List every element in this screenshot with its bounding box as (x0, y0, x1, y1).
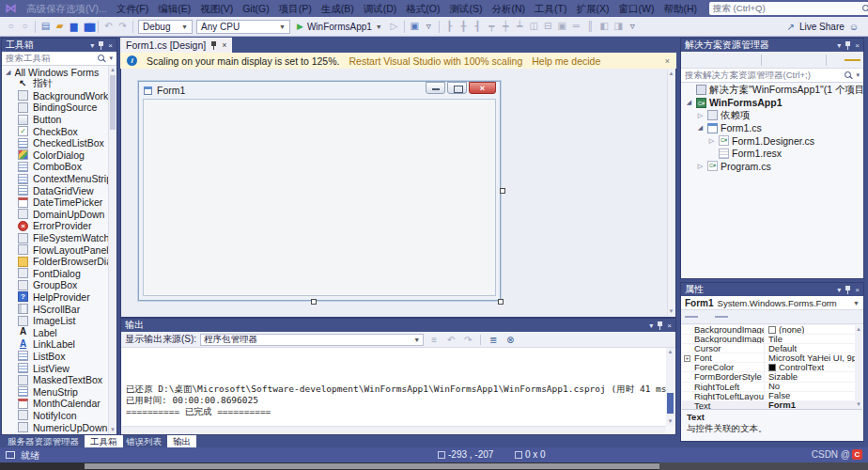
tree-expander-icon[interactable] (696, 112, 705, 119)
help-me-decide-link[interactable]: Help me decide (532, 55, 600, 67)
toolbox-item[interactable]: HScrollBar (2, 303, 108, 315)
layout-toolbar-icon[interactable] (597, 18, 612, 35)
toolbox-item[interactable]: CheckBox (2, 125, 108, 137)
property-value[interactable]: Tile (765, 335, 783, 343)
pin-icon[interactable] (657, 321, 663, 330)
toolbox-item[interactable]: Label (2, 326, 108, 338)
layout-toolbar-icon[interactable] (527, 18, 541, 35)
toolbox-item[interactable]: FolderBrowserDialog (2, 256, 108, 268)
layout-toolbar-icon[interactable] (569, 18, 583, 35)
toolbox-item[interactable]: OpenFileDialog (2, 433, 108, 434)
layout-toolbar-icon[interactable] (612, 18, 626, 35)
resize-handle-right[interactable] (500, 188, 505, 194)
menu-item[interactable]: 窗口(W) (614, 0, 659, 17)
toolbox-group-all-windows-forms[interactable]: ◢ All Windows Forms (2, 66, 108, 78)
solution-explorer-search-input[interactable]: 搜索解决方案资源管理器(Ctrl+;) ▾ (681, 69, 863, 83)
scroll-down-icon[interactable]: ▼ (109, 426, 116, 434)
solution-tree-item[interactable]: WinFormsApp1 (681, 97, 863, 110)
toolbar-icon[interactable] (132, 21, 133, 33)
find-message-icon[interactable]: ≡ (427, 335, 441, 345)
close-icon[interactable]: × (108, 41, 113, 50)
scroll-up-icon[interactable]: ▲ (668, 70, 674, 78)
toolbar-icon[interactable] (18, 18, 32, 35)
layout-toolbar-icon[interactable] (499, 18, 513, 35)
designed-form-window[interactable]: Form1 × (138, 81, 501, 301)
resize-handle-bottom-right[interactable] (498, 299, 504, 305)
toolbar-icon[interactable] (53, 18, 67, 35)
chevron-down-icon[interactable]: ▾ (856, 71, 860, 79)
toolbox-item[interactable]: DateTimePicker (2, 196, 108, 209)
menu-item[interactable]: 测试(S) (445, 0, 488, 17)
menu-item[interactable]: 文件(F) (112, 0, 153, 17)
solution-explorer-header[interactable]: 解决方案资源管理器 ▾ × (681, 39, 863, 52)
solution-tree-item[interactable]: Form1.resx (681, 148, 863, 161)
properties-toolbar-icon[interactable] (715, 316, 728, 318)
toolbar-icon[interactable] (387, 18, 401, 35)
dock-tab[interactable]: 服务器资源管理器 (2, 435, 85, 447)
tree-expander-icon[interactable] (696, 124, 705, 132)
toolbar-icon[interactable] (408, 18, 422, 35)
toolbox-item[interactable]: MenuStrip (2, 385, 108, 398)
solution-tree-item[interactable]: Form1.Designer.cs (681, 134, 863, 148)
output-horizontal-scrollbar[interactable] (122, 426, 666, 433)
quick-search-box[interactable]: 搜索 (Ctrl+Q) (709, 2, 868, 15)
property-row[interactable]: + RightToLeftLayout False (682, 392, 855, 401)
layout-toolbar-icon[interactable] (583, 18, 597, 35)
menu-advanced-save-options[interactable]: 高级保存选项(V)... (22, 0, 112, 17)
toolbox-item[interactable]: CheckedListBox (2, 137, 108, 149)
close-icon[interactable]: × (855, 41, 860, 50)
menu-item[interactable]: 工具(T) (530, 0, 571, 17)
close-icon[interactable]: × (667, 321, 672, 330)
toolbar-icon[interactable] (39, 18, 53, 35)
property-row[interactable]: + BackgroundImage (none) (682, 325, 855, 335)
search-icon[interactable] (845, 71, 853, 80)
toolbar-icon[interactable] (4, 18, 18, 35)
property-row[interactable]: + BackgroundImageLayout Tile (682, 335, 855, 344)
pin-icon[interactable] (845, 41, 851, 50)
properties-toolbar-icon[interactable] (685, 316, 698, 318)
word-wrap-icon[interactable]: ≣ (487, 335, 500, 345)
property-row[interactable]: + ForeColor ControlText (682, 363, 855, 372)
tree-expander-icon[interactable] (707, 137, 716, 145)
property-value[interactable]: Form1 (765, 401, 796, 409)
toolbar-icon[interactable] (439, 21, 440, 33)
solution-tree-item[interactable]: 解决方案"WinFormsApp1"(1 个项目/共 1 个) (681, 84, 863, 97)
property-row[interactable]: + Cursor Default (682, 344, 855, 353)
menu-item[interactable]: 帮助(H) (659, 0, 702, 17)
menu-item[interactable]: 分析(N) (488, 0, 531, 17)
toolbar-icon[interactable] (101, 18, 116, 35)
live-share-button[interactable]: ↗ Live Share ☺ (787, 22, 868, 32)
menu-item[interactable]: 扩展(X) (572, 0, 614, 17)
chevron-down-icon[interactable]: ▾ (90, 41, 94, 50)
toolbox-item[interactable]: ListView (2, 362, 108, 374)
dock-tab[interactable]: 错误列表 (120, 435, 167, 447)
solution-explorer-toolbar-icon[interactable] (761, 55, 762, 66)
toolbox-item[interactable]: NumericUpDown (2, 421, 108, 433)
menu-item[interactable]: 视图(V) (195, 0, 238, 17)
tree-expander-icon[interactable] (685, 99, 693, 106)
start-debugging-button[interactable]: ▶ WinFormsApp1 ▼ (292, 22, 387, 32)
toolbox-item[interactable]: MonthCalendar (2, 398, 108, 410)
output-scrollbar[interactable]: ▲ ▼ (666, 348, 674, 426)
resize-handle-bottom[interactable] (311, 299, 317, 305)
document-tab-form1[interactable]: Form1.cs [Design] × (120, 38, 232, 53)
toolbox-item[interactable]: ErrorProvider (2, 220, 108, 232)
toolbox-item[interactable]: ListBox (2, 351, 108, 363)
toolbox-item[interactable]: BackgroundWorker (2, 90, 108, 102)
toolbox-item[interactable]: Button (2, 114, 108, 126)
go-to-next-message-icon[interactable]: ↷ (461, 335, 474, 345)
layout-toolbar-icon[interactable] (457, 18, 471, 35)
form-client-area[interactable] (143, 99, 496, 296)
search-icon[interactable] (862, 5, 868, 13)
toolbar-icon[interactable] (116, 18, 130, 35)
properties-header[interactable]: 属性 ▾ × (681, 283, 863, 296)
tree-expander-icon[interactable] (696, 163, 705, 170)
toolbox-item[interactable]: 指针 (2, 78, 108, 90)
close-icon[interactable]: × (855, 286, 860, 294)
menu-item[interactable]: 编辑(E) (153, 0, 195, 17)
toolbox-item[interactable]: ContextMenuStrip (2, 173, 108, 185)
forms-designer-surface[interactable]: Form1 × ▲ ▼ (120, 69, 676, 318)
scrollbar-thumb[interactable] (667, 393, 674, 414)
layout-toolbar-icon[interactable] (555, 18, 569, 35)
toolbox-item[interactable]: ColorDialog (2, 149, 108, 162)
